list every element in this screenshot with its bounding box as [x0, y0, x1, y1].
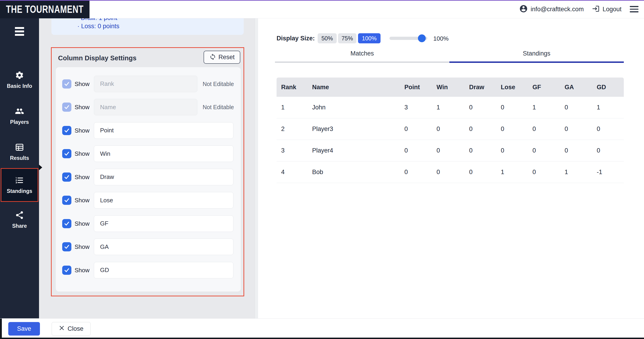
tab-standings[interactable]: Standings [450, 45, 624, 63]
sidebar-item-players[interactable]: Players [0, 107, 39, 125]
show-label: Show [74, 243, 90, 251]
save-button[interactable]: Save [8, 322, 40, 336]
cell-gd: 0 [592, 118, 624, 140]
column-row-rank: Show Not Editable [56, 72, 241, 96]
cell-draw: 0 [464, 97, 496, 118]
header-cell: Win [432, 77, 464, 97]
scoring-rule-loss: · Loss: 0 points [52, 22, 244, 30]
show-checkbox[interactable] [62, 79, 72, 88]
not-editable-note: Not Editable [203, 80, 234, 87]
gear-icon [15, 71, 24, 81]
sidebar: Basic Info Players Results Standings Sha [0, 18, 39, 318]
header-cell: Name [308, 77, 400, 97]
standings-table: Rank Name Point Win Draw Lose GF GA GD 1… [276, 77, 624, 183]
header-cell: Lose [496, 77, 528, 97]
scoring-rules-card: Draw: 1 point · Loss: 0 points [52, 18, 244, 35]
show-checkbox[interactable] [62, 266, 72, 275]
sidebar-item-results[interactable]: Results [0, 143, 39, 161]
column-name-input [94, 76, 198, 92]
display-size-50-button[interactable]: 50% [318, 33, 337, 43]
show-label: Show [74, 267, 90, 274]
cell-rank: 2 [276, 118, 308, 140]
column-name-input[interactable] [94, 169, 234, 185]
cell-point: 0 [400, 161, 432, 183]
header-cell: Draw [464, 77, 496, 97]
footer-bar: Save Close [0, 318, 644, 339]
preview-panel: Display Size: 50% 75% 100% 100% Matches … [258, 18, 644, 318]
cell-gd: -1 [592, 161, 624, 183]
show-checkbox[interactable] [62, 102, 72, 112]
cell-rank: 3 [276, 140, 308, 161]
cell-lose: 0 [496, 118, 528, 140]
table-row: 2 Player3 0 0 0 0 0 0 0 [276, 118, 624, 140]
show-checkbox[interactable] [62, 196, 72, 205]
column-row-name: Show Not Editable [56, 96, 241, 119]
cell-gd: 1 [592, 97, 624, 118]
column-row-point: Show [56, 119, 241, 142]
show-label: Show [74, 104, 90, 111]
reset-label: Reset [218, 54, 235, 61]
cell-lose: 0 [496, 140, 528, 161]
display-size-slider-thumb[interactable] [418, 34, 426, 42]
cell-point: 0 [400, 140, 432, 161]
cell-draw: 0 [464, 118, 496, 140]
cell-ga: 0 [560, 97, 592, 118]
header-cell: GD [592, 77, 624, 97]
display-size-slider-value: 100% [433, 35, 449, 42]
column-name-input[interactable] [94, 145, 234, 162]
cell-rank: 4 [276, 161, 308, 183]
column-name-input[interactable] [94, 215, 234, 232]
cell-ga: 1 [560, 161, 592, 183]
active-item-pointer-icon [39, 165, 42, 170]
cell-rank: 1 [276, 97, 308, 118]
column-name-input[interactable] [94, 122, 234, 139]
show-label: Show [74, 197, 90, 204]
app-logo-text: THE TOURNAMENT [6, 3, 84, 15]
cell-name: Bob [308, 161, 400, 183]
sidebar-item-basic-info[interactable]: Basic Info [0, 71, 39, 89]
close-button[interactable]: Close [52, 322, 91, 336]
sidebar-item-standings[interactable]: Standings [1, 168, 38, 202]
display-size-100-button[interactable]: 100% [358, 33, 380, 43]
user-account: info@craftteck.com [519, 4, 584, 14]
column-name-input[interactable] [94, 239, 234, 255]
cell-gf: 0 [528, 118, 560, 140]
cell-gf: 1 [528, 97, 560, 118]
sidebar-item-label: Results [10, 155, 29, 161]
display-size-75-button[interactable]: 75% [338, 33, 356, 43]
show-checkbox[interactable] [62, 219, 72, 228]
cell-name: Player4 [308, 140, 400, 161]
show-checkbox[interactable] [62, 172, 72, 182]
show-checkbox[interactable] [62, 126, 72, 135]
reset-button[interactable]: Reset [204, 51, 240, 64]
cell-gd: 0 [592, 140, 624, 161]
tab-matches[interactable]: Matches [275, 45, 450, 63]
column-row-gd: Show [56, 259, 241, 282]
window-left-edge [0, 319, 2, 339]
cell-point: 0 [400, 118, 432, 140]
section-title: Column Display Settings [58, 54, 136, 62]
column-display-settings-section: Column Display Settings Reset Show Not E… [51, 47, 244, 296]
logout-button[interactable]: Logout [592, 5, 622, 13]
sidebar-item-share[interactable]: Share [0, 211, 39, 229]
cell-point: 3 [400, 97, 432, 118]
cell-gf: 0 [528, 161, 560, 183]
logout-label: Logout [602, 6, 622, 13]
cell-lose: 0 [496, 97, 528, 118]
column-name-input[interactable] [94, 262, 234, 279]
column-name-input[interactable] [94, 192, 234, 209]
topbar-menu-icon[interactable] [630, 6, 638, 12]
settings-panel: Draw: 1 point · Loss: 0 points Column Di… [39, 18, 255, 318]
show-checkbox[interactable] [62, 242, 72, 251]
display-size-controls: Display Size: 50% 75% 100% 100% [258, 18, 644, 48]
cell-draw: 0 [464, 140, 496, 161]
column-name-input [94, 99, 198, 115]
display-size-label: Display Size: [276, 35, 315, 42]
cell-name: John [308, 97, 400, 118]
table-row: 1 John 3 1 0 0 1 0 1 [276, 97, 624, 118]
sidebar-menu-icon[interactable] [15, 27, 24, 36]
show-label: Show [74, 150, 90, 157]
column-row-lose: Show [56, 189, 241, 212]
not-editable-note: Not Editable [203, 104, 234, 111]
show-checkbox[interactable] [62, 149, 72, 158]
